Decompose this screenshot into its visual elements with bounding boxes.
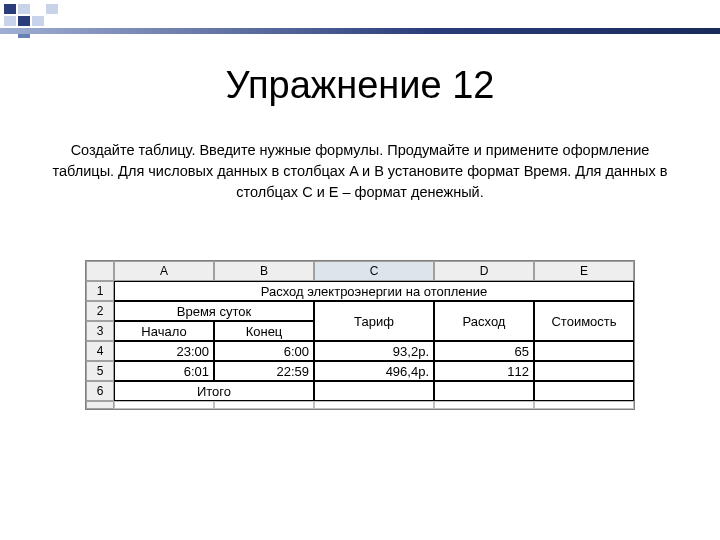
cell-partial-E[interactable]: [534, 401, 634, 409]
cell-expense[interactable]: Расход: [434, 301, 534, 341]
row-header-5[interactable]: 5: [86, 361, 114, 381]
cell-E4[interactable]: [534, 341, 634, 361]
cell-C5[interactable]: 496,4р.: [314, 361, 434, 381]
row-4: 4 23:00 6:00 93,2р. 65: [86, 341, 634, 361]
cell-A5[interactable]: 6:01: [114, 361, 214, 381]
row-6: 6 Итого: [86, 381, 634, 401]
cell-tariff[interactable]: Тариф: [314, 301, 434, 341]
cell-C6[interactable]: [314, 381, 434, 401]
col-header-C[interactable]: C: [314, 261, 434, 281]
col-header-E[interactable]: E: [534, 261, 634, 281]
cell-D5[interactable]: 112: [434, 361, 534, 381]
cell-D6[interactable]: [434, 381, 534, 401]
corner-cell[interactable]: [86, 261, 114, 281]
cell-E6[interactable]: [534, 381, 634, 401]
col-header-B[interactable]: B: [214, 261, 314, 281]
gradient-bar: [0, 28, 720, 34]
cell-cost[interactable]: Стоимость: [534, 301, 634, 341]
cell-B4[interactable]: 6:00: [214, 341, 314, 361]
cell-itogo[interactable]: Итого: [114, 381, 314, 401]
cell-A4[interactable]: 23:00: [114, 341, 214, 361]
cell-partial-A[interactable]: [114, 401, 214, 409]
row-header-partial[interactable]: [86, 401, 114, 409]
cell-time-label[interactable]: Время суток: [114, 301, 314, 321]
cell-end[interactable]: Конец: [214, 321, 314, 341]
row-header-6[interactable]: 6: [86, 381, 114, 401]
row-5: 5 6:01 22:59 496,4р. 112: [86, 361, 634, 381]
col-header-A[interactable]: A: [114, 261, 214, 281]
row-header-4[interactable]: 4: [86, 341, 114, 361]
cell-C4[interactable]: 93,2р.: [314, 341, 434, 361]
col-header-D[interactable]: D: [434, 261, 534, 281]
cell-partial-B[interactable]: [214, 401, 314, 409]
cell-D4[interactable]: 65: [434, 341, 534, 361]
cell-E5[interactable]: [534, 361, 634, 381]
row-2: 2 Время суток Тариф Расход Стоимость: [86, 301, 634, 321]
slide-top-decoration: [0, 0, 720, 38]
spreadsheet: A B C D E 1 Расход электроэнергии на ото…: [85, 260, 635, 410]
column-header-row: A B C D E: [86, 261, 634, 281]
slide-title: Упражнение 12: [0, 64, 720, 107]
cell-partial-C[interactable]: [314, 401, 434, 409]
cell-B5[interactable]: 22:59: [214, 361, 314, 381]
row-header-2[interactable]: 2: [86, 301, 114, 321]
row-1: 1 Расход электроэнергии на отопление: [86, 281, 634, 301]
cell-start[interactable]: Начало: [114, 321, 214, 341]
row-header-1[interactable]: 1: [86, 281, 114, 301]
row-header-3[interactable]: 3: [86, 321, 114, 341]
slide-body-text: Создайте таблицу. Введите нужные формулы…: [40, 140, 680, 203]
cell-partial-D[interactable]: [434, 401, 534, 409]
cell-title[interactable]: Расход электроэнергии на отопление: [114, 281, 634, 301]
row-partial: [86, 401, 634, 409]
